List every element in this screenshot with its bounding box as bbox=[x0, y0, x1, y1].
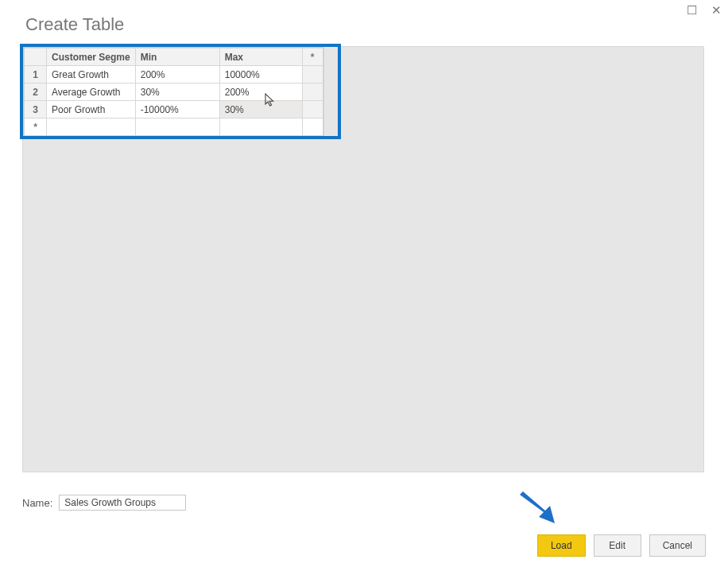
cell-segment[interactable]: Average Growth bbox=[47, 84, 136, 101]
cell-max[interactable]: 10000% bbox=[219, 66, 302, 84]
cell-min[interactable]: -10000% bbox=[135, 101, 219, 118]
page-title: Create Table bbox=[25, 14, 706, 35]
workspace-canvas: Customer Segme Min Max * 1 Great Growth … bbox=[22, 46, 704, 472]
cell-star bbox=[302, 66, 323, 84]
col-header-segment[interactable]: Customer Segme bbox=[47, 49, 136, 66]
row-star: * bbox=[25, 118, 47, 136]
cell-max[interactable]: 200% bbox=[219, 84, 302, 101]
row-number: 2 bbox=[25, 84, 47, 101]
cell-star bbox=[302, 118, 323, 136]
cell-empty[interactable] bbox=[135, 118, 219, 136]
cell-empty[interactable] bbox=[219, 118, 302, 136]
table-row[interactable]: 3 Poor Growth -10000% 30% bbox=[25, 101, 323, 118]
col-header-star[interactable]: * bbox=[302, 49, 323, 66]
col-header-min[interactable]: Min bbox=[135, 49, 219, 66]
table-row[interactable]: 1 Great Growth 200% 10000% bbox=[25, 66, 323, 84]
cell-min[interactable]: 30% bbox=[135, 84, 219, 101]
row-number: 3 bbox=[25, 101, 47, 118]
cell-min[interactable]: 200% bbox=[135, 66, 219, 84]
name-label: Name: bbox=[22, 497, 52, 509]
cancel-button[interactable]: Cancel bbox=[649, 534, 706, 557]
cell-max-selected[interactable]: 30% bbox=[219, 101, 302, 118]
load-button[interactable]: Load bbox=[537, 534, 586, 557]
table-row[interactable]: 2 Average Growth 30% 200% bbox=[25, 84, 323, 101]
arrow-annotation-icon bbox=[517, 491, 561, 528]
row-number: 1 bbox=[25, 66, 47, 84]
cell-segment[interactable]: Poor Growth bbox=[47, 101, 136, 118]
table-name-input[interactable] bbox=[59, 495, 186, 511]
row-header-blank bbox=[25, 49, 47, 66]
cell-star bbox=[302, 101, 323, 118]
cell-empty[interactable] bbox=[47, 118, 136, 136]
edit-button[interactable]: Edit bbox=[594, 534, 641, 557]
cell-star bbox=[302, 84, 323, 101]
data-grid[interactable]: Customer Segme Min Max * 1 Great Growth … bbox=[23, 47, 324, 137]
table-row-empty[interactable]: * bbox=[25, 118, 323, 136]
cell-segment[interactable]: Great Growth bbox=[47, 66, 136, 84]
col-header-max[interactable]: Max bbox=[219, 49, 302, 66]
